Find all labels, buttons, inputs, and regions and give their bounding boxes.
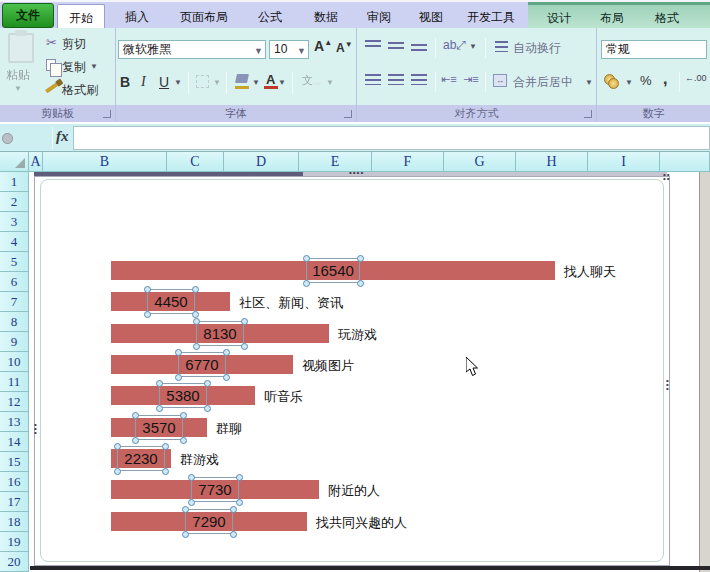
paste-dropdown-arrow[interactable]: ▼ <box>14 84 22 93</box>
grow-font-button[interactable]: A▲ <box>314 38 332 54</box>
align-left-icon[interactable] <box>365 74 381 85</box>
chart-top-center-handle[interactable]: •••• <box>349 171 364 175</box>
align-right-icon[interactable] <box>411 74 427 85</box>
column-header-G[interactable]: G <box>444 152 516 172</box>
data-label-handle[interactable] <box>188 499 195 506</box>
contextual-tab-2[interactable]: 格式 <box>644 6 690 30</box>
row-header-5[interactable]: 5 <box>0 252 29 272</box>
row-header-18[interactable]: 18 <box>0 512 29 532</box>
row-header-11[interactable]: 11 <box>0 372 29 392</box>
cut-button[interactable]: 剪切 <box>62 36 86 53</box>
data-label-handle[interactable] <box>180 412 187 419</box>
italic-button[interactable]: I <box>141 74 146 90</box>
row-header-13[interactable]: 13 <box>0 412 29 432</box>
row-header-6[interactable]: 6 <box>0 272 29 292</box>
chart-selection-top-edge[interactable] <box>34 172 303 176</box>
data-label-6[interactable]: 2230 <box>117 446 165 471</box>
vertical-scrollbar[interactable] <box>699 172 710 572</box>
column-header-B[interactable]: B <box>43 152 167 172</box>
copy-button[interactable]: 复制 <box>62 59 86 76</box>
align-center-icon[interactable] <box>388 74 404 85</box>
select-all-corner[interactable] <box>0 152 29 172</box>
clipboard-dialog-launcher[interactable] <box>103 110 111 118</box>
row-header-8[interactable]: 8 <box>0 312 29 332</box>
shrink-font-button[interactable]: A▼ <box>336 40 353 55</box>
data-label-handle[interactable] <box>236 499 243 506</box>
column-header-A[interactable]: A <box>29 152 43 172</box>
increase-decimal-button[interactable]: ←.00 <box>685 73 707 83</box>
row-header-20[interactable]: 20 <box>0 552 29 572</box>
contextual-tab-0[interactable]: 设计 <box>534 6 584 30</box>
borders-dropdown-arrow[interactable]: ▼ <box>213 78 221 87</box>
data-label-handle[interactable] <box>223 374 230 381</box>
data-label-handle[interactable] <box>182 531 189 538</box>
column-header-F[interactable]: F <box>372 152 444 172</box>
borders-icon[interactable] <box>196 75 209 88</box>
data-label-handle[interactable] <box>180 437 187 444</box>
data-label-handle[interactable] <box>114 468 121 475</box>
tab-3[interactable]: 公式 <box>246 4 294 30</box>
data-label-4[interactable]: 5380 <box>159 383 207 408</box>
font-name-combo[interactable]: 微软雅黑▼ <box>118 40 266 59</box>
column-header-H[interactable]: H <box>516 152 588 172</box>
data-label-handle[interactable] <box>192 311 199 318</box>
column-header-I[interactable]: I <box>588 152 660 172</box>
orientation-button[interactable]: ab⤢ <box>443 38 466 52</box>
orientation-dropdown-arrow[interactable]: ▼ <box>469 42 477 51</box>
decrease-indent-icon[interactable]: ⇤≡ <box>441 73 457 86</box>
row-header-15[interactable]: 15 <box>0 452 29 472</box>
data-label-handle[interactable] <box>223 349 230 356</box>
data-label-handle[interactable] <box>204 380 211 387</box>
row-header-10[interactable]: 10 <box>0 352 29 372</box>
row-header-12[interactable]: 12 <box>0 392 29 412</box>
contextual-tab-1[interactable]: 布局 <box>590 6 634 30</box>
row-header-14[interactable]: 14 <box>0 432 29 452</box>
chart-selection-bottom-edge[interactable] <box>30 566 710 570</box>
data-label-8[interactable]: 7290 <box>185 509 233 534</box>
data-label-handle[interactable] <box>132 437 139 444</box>
data-label-handle[interactable] <box>357 255 364 262</box>
tab-6[interactable]: 视图 <box>408 4 454 30</box>
row-header-19[interactable]: 19 <box>0 532 29 552</box>
name-box[interactable] <box>2 133 13 144</box>
data-label-5[interactable]: 3570 <box>135 415 183 440</box>
merge-center-dropdown-arrow[interactable]: ▼ <box>585 78 593 87</box>
data-label-handle[interactable] <box>230 506 237 513</box>
row-header-9[interactable]: 9 <box>0 332 29 352</box>
chart-top-right-handle[interactable]: •••• <box>663 173 671 181</box>
data-label-handle[interactable] <box>144 311 151 318</box>
insert-function-button[interactable]: fx <box>56 128 74 148</box>
data-label-handle[interactable] <box>193 318 200 325</box>
chart-mid-right-handle[interactable]: ••• <box>666 379 670 391</box>
percent-style-button[interactable]: % <box>640 73 652 88</box>
copy-dropdown-arrow[interactable]: ▼ <box>90 62 98 71</box>
data-label-handle[interactable] <box>236 474 243 481</box>
column-header-C[interactable]: C <box>167 152 224 172</box>
underline-dropdown-arrow[interactable]: ▼ <box>174 78 182 87</box>
data-label-handle[interactable] <box>162 468 169 475</box>
data-label-handle[interactable] <box>188 474 195 481</box>
data-label-handle[interactable] <box>144 286 151 293</box>
row-header-1[interactable]: 1 <box>0 172 29 192</box>
data-label-handle[interactable] <box>303 255 310 262</box>
tab-7[interactable]: 开发工具 <box>458 4 524 30</box>
data-label-handle[interactable] <box>182 506 189 513</box>
format-painter-button[interactable]: 格式刷 <box>62 82 98 99</box>
phonetic-guide-button[interactable]: 文﹏ <box>302 73 321 88</box>
column-header-D[interactable]: D <box>224 152 299 172</box>
data-label-7[interactable]: 7730 <box>191 477 239 502</box>
font-size-combo[interactable]: 10▼ <box>269 40 309 59</box>
column-header-partial[interactable] <box>660 152 710 172</box>
data-label-1[interactable]: 4450 <box>147 289 195 314</box>
data-label-handle[interactable] <box>204 405 211 412</box>
font-name-dropdown-arrow[interactable]: ▼ <box>254 43 263 60</box>
fill-color-icon[interactable] <box>235 74 249 83</box>
font-size-dropdown-arrow[interactable]: ▼ <box>297 43 306 60</box>
row-header-2[interactable]: 2 <box>0 192 29 212</box>
row-header-17[interactable]: 17 <box>0 492 29 512</box>
data-label-handle[interactable] <box>175 349 182 356</box>
data-label-handle[interactable] <box>241 343 248 350</box>
data-label-handle[interactable] <box>132 412 139 419</box>
row-header-3[interactable]: 3 <box>0 212 29 232</box>
bold-button[interactable]: B <box>120 74 130 90</box>
